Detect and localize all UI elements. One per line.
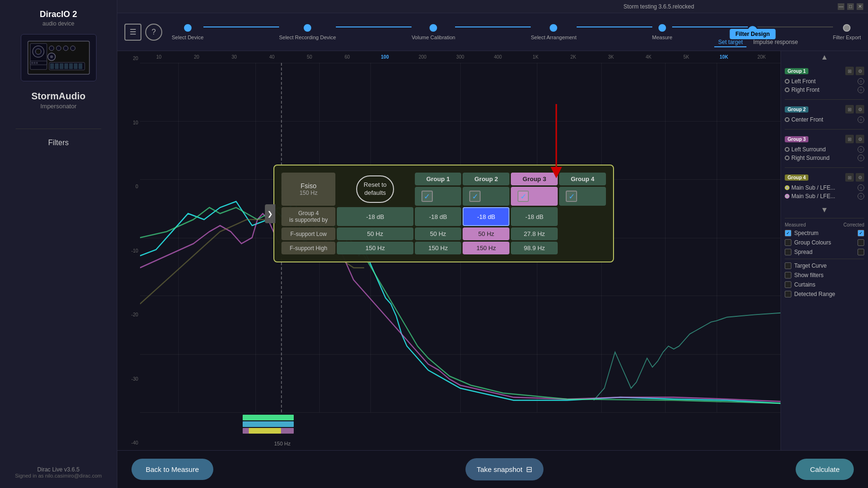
- minimize-button[interactable]: —: [838, 3, 844, 10]
- reset-defaults-button[interactable]: Reset todefaults: [356, 175, 394, 203]
- rp-group-3: Group 3 ⊞ ⚙ Left Surround ○: [781, 133, 868, 164]
- chart-area: 10 20 30 40 50 60 100 200 300 400 1K 2K …: [117, 51, 868, 450]
- main-sub-2-dot: [785, 194, 789, 199]
- group4-support-level[interactable]: -18 dB: [511, 207, 558, 226]
- group-colours-measured-cb[interactable]: [785, 239, 791, 246]
- group4-f-high[interactable]: 98.9 Hz: [511, 242, 558, 254]
- svg-rect-17: [60, 63, 63, 69]
- menu-button[interactable]: ☰: [124, 24, 141, 41]
- curtains-label: Curtains: [794, 281, 815, 288]
- group1-checkbox-cell[interactable]: ✓: [415, 187, 462, 206]
- target-curve-label: Target Curve: [794, 262, 827, 269]
- step-recording-device[interactable]: Select Recording Device: [279, 24, 336, 40]
- group4-checkbox-cell[interactable]: ✓: [559, 187, 606, 206]
- group4-f-low[interactable]: 27.8 Hz: [511, 227, 558, 240]
- spectrum-measured-cb[interactable]: ✓: [785, 230, 791, 236]
- group2-settings-icon[interactable]: ⚙: [856, 105, 864, 113]
- group1-edit-icon[interactable]: ⊞: [845, 67, 854, 75]
- show-filters-cb[interactable]: [785, 272, 791, 279]
- detected-range-row: Detected Range: [781, 289, 868, 299]
- group1-header: Group 1: [415, 173, 462, 185]
- scroll-up-button[interactable]: ▲: [781, 51, 868, 63]
- rp-group3-header: Group 3 ⊞ ⚙: [785, 135, 864, 143]
- left-front-dot: [785, 79, 789, 84]
- curtains-cb[interactable]: [785, 281, 791, 288]
- group3-f-low[interactable]: 50 Hz: [463, 227, 509, 240]
- rp-group2-header: Group 2 ⊞ ⚙: [785, 105, 864, 113]
- detected-range-cb[interactable]: [785, 291, 791, 297]
- group1-settings-icon[interactable]: ⚙: [856, 67, 864, 75]
- group1-f-high[interactable]: 150 Hz: [337, 242, 413, 254]
- group1-badge: Group 1: [785, 68, 808, 74]
- step-volume-cal[interactable]: Volume Calibration: [412, 24, 455, 40]
- group-colours-corrected-cb[interactable]: [858, 239, 864, 246]
- group4-edit-icon[interactable]: ⊞: [845, 173, 854, 182]
- help-button[interactable]: ?: [145, 24, 162, 41]
- step-select-device[interactable]: Select Device: [172, 24, 203, 40]
- right-surround-toggle[interactable]: ○: [858, 155, 864, 161]
- corrected-label: Corrected: [843, 222, 864, 227]
- show-filters-row: Show filters: [781, 270, 868, 280]
- group2-support-level[interactable]: -18 dB: [415, 207, 462, 226]
- target-curve-cb[interactable]: [785, 262, 791, 269]
- group3-settings-icon[interactable]: ⚙: [856, 135, 864, 143]
- rp-channel-left-surround: Left Surround ○: [785, 145, 864, 154]
- group2-f-low[interactable]: 50 Hz: [415, 227, 462, 240]
- group3-support-level[interactable]: -18 dB: [463, 207, 509, 226]
- svg-point-13: [50, 55, 53, 58]
- right-front-dot: [785, 87, 789, 92]
- rp-group-2: Group 2 ⊞ ⚙ Center Front ○: [781, 103, 868, 126]
- rp-channel-main-sub-2: Main Sub / LFE... ○: [785, 192, 864, 200]
- group2-f-high[interactable]: 150 Hz: [415, 242, 462, 254]
- group1-support-level[interactable]: -18 dB: [337, 207, 413, 226]
- maximize-button[interactable]: □: [847, 3, 854, 10]
- device-subtitle: Impersonator: [40, 103, 77, 110]
- connector-1: [203, 26, 279, 27]
- fsiso-value: 150 Hz: [285, 190, 332, 196]
- f-support-high-label: F-support High: [281, 242, 335, 254]
- group2-checkbox-cell[interactable]: ✓: [463, 187, 509, 206]
- right-front-toggle[interactable]: ○: [858, 87, 864, 93]
- spread-label: Spread: [794, 249, 855, 255]
- group4-settings-icon[interactable]: ⚙: [856, 173, 864, 182]
- group-colours-label: Group Colours: [794, 239, 855, 246]
- center-front-dot: [785, 117, 789, 122]
- main-sub-1-toggle[interactable]: ○: [858, 184, 864, 191]
- spectrum-corrected-cb[interactable]: ✓: [858, 230, 864, 236]
- take-snapshot-button[interactable]: Take snapshot ⊟: [465, 458, 544, 480]
- version-info: Dirac Live v3.6.5 Signed in as nilo.casi…: [15, 466, 102, 479]
- spectrum-row: ✓ Spectrum ✓: [781, 228, 868, 238]
- step-filter-design[interactable]: Filter Design: [748, 26, 757, 38]
- rp-channel-right-front: Right Front ○: [785, 86, 864, 94]
- step-filter-export[interactable]: Filter Export: [833, 24, 861, 40]
- svg-point-10: [63, 46, 68, 51]
- spread-corrected-cb[interactable]: [858, 249, 864, 255]
- close-button[interactable]: ✕: [857, 3, 863, 10]
- step-arrangement[interactable]: Select Arrangement: [531, 24, 577, 40]
- calculate-button[interactable]: Calculate: [796, 459, 854, 480]
- svg-point-8: [49, 46, 54, 51]
- left-front-toggle[interactable]: ○: [858, 78, 864, 85]
- center-front-toggle[interactable]: ○: [858, 116, 864, 123]
- svg-rect-18: [64, 63, 68, 69]
- tab-set-target[interactable]: Set target: [714, 38, 746, 47]
- step-measure[interactable]: Measure: [652, 24, 673, 40]
- left-surround-toggle[interactable]: ○: [858, 146, 864, 153]
- spread-measured-cb[interactable]: [785, 249, 791, 255]
- group3-checkbox-cell[interactable]: ✓: [511, 187, 558, 206]
- device-title: StormAudio: [31, 91, 85, 102]
- popup-toggle-btn[interactable]: ❯: [265, 204, 275, 223]
- rp-group-4: Group 4 ⊞ ⚙ Main Sub / LFE... ○: [781, 171, 868, 202]
- tab-impulse-response[interactable]: Impulse response: [749, 38, 802, 47]
- group3-edit-icon[interactable]: ⊞: [845, 135, 854, 143]
- device-illustration: [21, 34, 96, 81]
- group2-edit-icon[interactable]: ⊞: [845, 105, 854, 113]
- sidebar-divider: [16, 129, 102, 129]
- detected-range-label: Detected Range: [794, 291, 835, 297]
- back-to-measure-button[interactable]: Back to Measure: [132, 459, 213, 480]
- group1-f-low[interactable]: 50 Hz: [337, 227, 413, 240]
- brand-name: DiracIO 2: [40, 9, 77, 19]
- scroll-down-button[interactable]: ▼: [781, 204, 868, 216]
- group3-f-high[interactable]: 150 Hz: [463, 242, 509, 254]
- main-sub-2-toggle[interactable]: ○: [858, 193, 864, 200]
